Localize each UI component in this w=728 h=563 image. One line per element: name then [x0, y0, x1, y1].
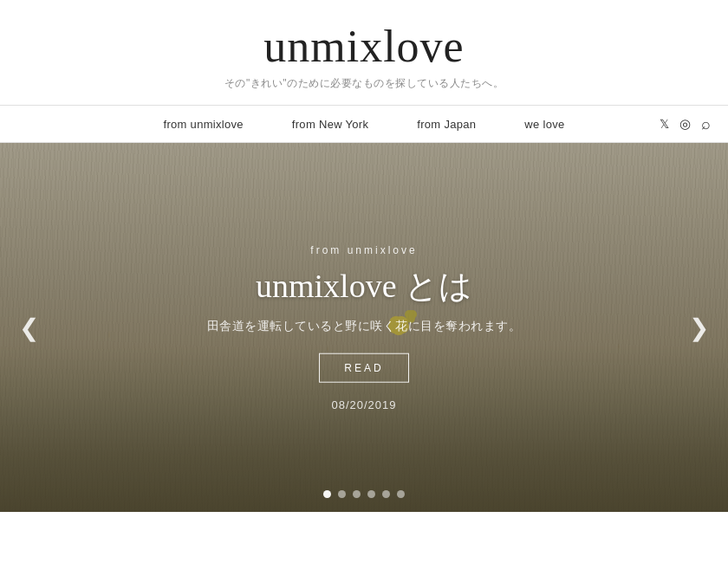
search-icon[interactable] [701, 115, 711, 133]
nav-icons [660, 115, 711, 133]
nav-item-we-love[interactable]: we love [500, 118, 588, 131]
hero-next-button[interactable]: ❯ [680, 305, 718, 351]
site-header: unmixlove その"きれい"のために必要なものを探している人たちへ。 [0, 0, 728, 105]
hero-read-button[interactable]: READ [319, 353, 408, 382]
hero-subtitle: 田舎道を運転していると野に咲く花に目を奪われます。 [147, 318, 581, 333]
site-title: unmixlove [0, 24, 728, 69]
main-nav: from unmixlove from New York from Japan … [0, 105, 728, 143]
hero-dot-6[interactable] [397, 490, 405, 498]
nav-item-from-japan[interactable]: from Japan [393, 118, 500, 131]
nav-item-from-new-york[interactable]: from New York [268, 118, 393, 131]
hero-dot-5[interactable] [382, 490, 390, 498]
hero-dot-4[interactable] [367, 490, 375, 498]
nav-items: from unmixlove from New York from Japan … [139, 118, 588, 131]
hero-dot-1[interactable] [323, 490, 331, 498]
hero-prev-button[interactable]: ❮ [10, 305, 48, 351]
hero-dot-3[interactable] [353, 490, 361, 498]
hero-dot-2[interactable] [338, 490, 346, 498]
tagline: その"きれい"のために必要なものを探している人たちへ。 [0, 76, 728, 91]
hero-date: 08/20/2019 [147, 398, 581, 411]
hero-category: from unmixlove [147, 244, 581, 256]
twitter-icon[interactable] [660, 116, 669, 132]
instagram-icon[interactable] [679, 116, 691, 132]
hero-dots [323, 490, 405, 498]
nav-item-from-unmixlove[interactable]: from unmixlove [139, 118, 267, 131]
hero-content: from unmixlove unmixlove とは 田舎道を運転していると野… [147, 244, 581, 411]
hero-title: unmixlove とは [147, 267, 581, 307]
hero-section: ❮ from unmixlove unmixlove とは 田舎道を運転している… [0, 143, 728, 512]
